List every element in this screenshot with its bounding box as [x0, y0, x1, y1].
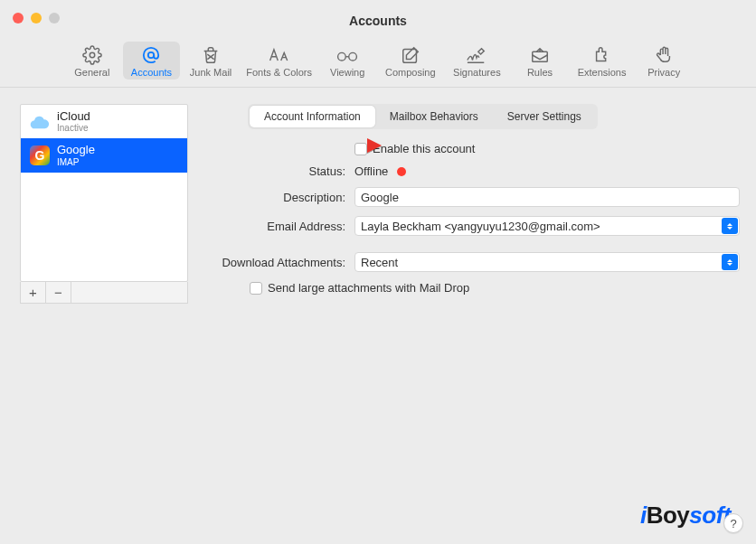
tab-accounts[interactable]: Accounts [123, 42, 181, 80]
email-address-select[interactable]: Layla Beckham <yangyuyu1230@gmail.com> [354, 216, 740, 236]
account-detail-pane: Account Information Mailbox Behaviors Se… [213, 104, 740, 304]
tab-label: Fonts & Colors [246, 67, 312, 78]
account-info-form: Enable this account Status: Offline Desc… [213, 142, 740, 295]
tab-label: Composing [385, 67, 436, 78]
download-attachments-select[interactable]: Recent [354, 252, 740, 272]
account-row-icloud[interactable]: iCloud Inactive [21, 105, 187, 138]
window-controls [13, 13, 60, 23]
svg-point-1 [148, 52, 154, 58]
tab-composing[interactable]: Composing [378, 42, 443, 80]
enable-account-checkbox[interactable] [354, 143, 367, 155]
mail-drop-label: Send large attachments with Mail Drop [268, 281, 469, 295]
tab-extensions[interactable]: Extensions [571, 42, 634, 80]
tab-label: Accounts [131, 67, 172, 78]
tab-account-information[interactable]: Account Information [250, 106, 375, 127]
compose-icon [399, 45, 422, 65]
sidebar-footer-spacer [71, 282, 187, 303]
account-tabs: Account Information Mailbox Behaviors Se… [248, 104, 598, 129]
accounts-sidebar: iCloud Inactive G Google IMAP + − [20, 104, 188, 304]
tab-label: Extensions [578, 67, 627, 78]
sidebar-footer: + − [20, 282, 188, 304]
close-window-button[interactable] [13, 13, 24, 23]
account-name: Google [57, 144, 95, 156]
tab-rules[interactable]: Rules [511, 42, 569, 80]
tab-signatures[interactable]: Signatures [445, 42, 510, 80]
tab-junk-mail[interactable]: Junk Mail [182, 42, 240, 80]
tab-general[interactable]: General [63, 42, 121, 80]
email-label: Email Address: [213, 220, 354, 233]
gear-icon [80, 45, 104, 65]
tab-label: Rules [527, 67, 553, 78]
description-label: Description: [213, 191, 354, 204]
email-address-value: Layla Beckham <yangyuyu1230@gmail.com> [361, 220, 600, 233]
add-account-button[interactable]: + [21, 282, 46, 303]
status-indicator-icon [397, 167, 406, 176]
window-title: Accounts [349, 14, 407, 28]
svg-point-0 [90, 52, 95, 58]
tab-label: Junk Mail [190, 67, 232, 78]
tab-label: Signatures [453, 67, 501, 78]
chevron-updown-icon [722, 218, 738, 234]
signature-icon [465, 45, 488, 65]
download-attachments-label: Download Attachments: [213, 256, 354, 269]
enable-account-label: Enable this account [373, 142, 475, 155]
chevron-updown-icon [722, 254, 738, 270]
account-name: iCloud [57, 110, 90, 123]
watermark-logo: iBoysoft [640, 502, 731, 530]
bin-icon [199, 45, 222, 65]
tab-mailbox-behaviors[interactable]: Mailbox Behaviors [375, 106, 493, 127]
rules-icon [528, 45, 552, 65]
puzzle-icon [591, 45, 614, 65]
svg-point-2 [338, 52, 346, 61]
preferences-toolbar: General Accounts Junk Mail Fonts & Color… [0, 42, 756, 88]
account-row-google[interactable]: G Google IMAP [21, 138, 187, 172]
font-icon [268, 45, 291, 65]
account-subtitle: Inactive [57, 123, 90, 133]
icloud-icon [30, 112, 50, 132]
svg-point-3 [349, 52, 357, 61]
accounts-list[interactable]: iCloud Inactive G Google IMAP [20, 104, 188, 282]
tab-fonts-colors[interactable]: Fonts & Colors [241, 42, 317, 80]
tab-viewing[interactable]: Viewing [318, 42, 376, 80]
tab-privacy[interactable]: Privacy [635, 42, 693, 80]
at-icon [139, 45, 163, 65]
google-icon: G [30, 145, 50, 165]
tab-label: General [74, 67, 109, 78]
help-button[interactable]: ? [723, 513, 743, 533]
remove-account-button[interactable]: − [46, 282, 71, 303]
mail-drop-checkbox[interactable] [250, 282, 262, 295]
tab-server-settings[interactable]: Server Settings [493, 106, 596, 127]
glasses-icon [335, 45, 359, 65]
hand-icon [652, 45, 676, 65]
description-input[interactable] [354, 187, 740, 207]
tab-label: Privacy [647, 67, 680, 78]
status-value: Offline [354, 164, 388, 178]
titlebar: Accounts [0, 0, 756, 42]
minimize-window-button[interactable] [31, 13, 42, 23]
status-label: Status: [213, 164, 354, 178]
tab-label: Viewing [330, 67, 364, 78]
account-subtitle: IMAP [57, 157, 95, 167]
zoom-window-button[interactable] [49, 13, 60, 23]
download-attachments-value: Recent [361, 256, 398, 269]
